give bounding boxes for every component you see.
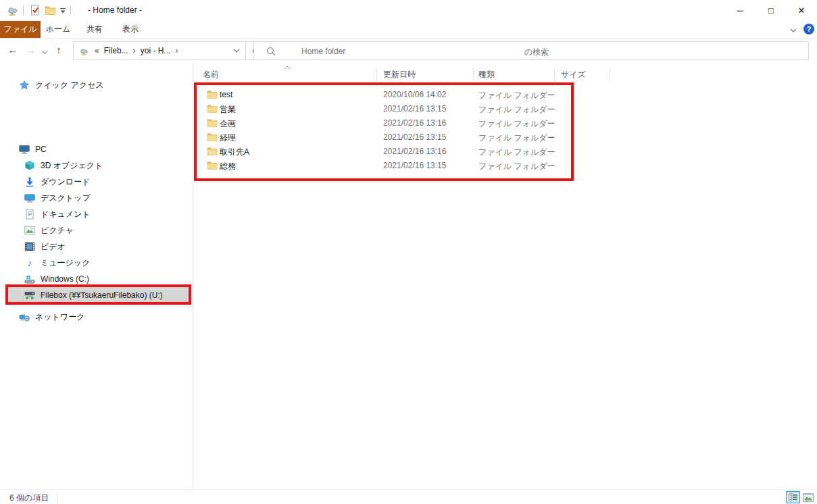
file-row[interactable]: 総務 2021/02/16 13:15 ファイル フォルダー bbox=[193, 159, 619, 173]
cube-icon bbox=[24, 160, 35, 171]
properties-icon[interactable] bbox=[30, 4, 41, 16]
window-title: - Home folder - bbox=[88, 5, 142, 15]
sidebar-item-network[interactable]: ネットワーク bbox=[0, 309, 187, 325]
help-button[interactable]: ? bbox=[803, 24, 814, 34]
star-icon bbox=[19, 80, 30, 91]
folder-icon bbox=[207, 147, 218, 158]
thumbnails-view-button[interactable] bbox=[801, 491, 815, 503]
breadcrumb-chevron[interactable]: › bbox=[131, 46, 138, 55]
back-button[interactable]: ← bbox=[5, 44, 20, 55]
network-drive-icon bbox=[24, 290, 35, 301]
titlebar-separator bbox=[23, 5, 24, 15]
breadcrumb-overflow[interactable]: « bbox=[93, 46, 101, 55]
sidebar-item-filebox-drive[interactable]: Filebox (¥¥TsukaeruFilebako) (U:) bbox=[8, 287, 190, 303]
search-placeholder-suffix: の検索 bbox=[524, 47, 549, 58]
sidebar-item-windows-c[interactable]: Windows (C:) bbox=[0, 271, 187, 287]
folder-icon bbox=[207, 90, 218, 101]
column-header-type[interactable]: 種類 bbox=[478, 69, 495, 80]
breadcrumb-segment[interactable]: Fileb... bbox=[101, 46, 131, 55]
folder-icon bbox=[207, 118, 218, 130]
sidebar-item-videos[interactable]: ビデオ bbox=[0, 238, 187, 255]
minimize-button[interactable]: ─ bbox=[724, 0, 756, 20]
forward-button[interactable]: → bbox=[23, 44, 38, 55]
sidebar-item-desktop[interactable]: デスクトップ bbox=[0, 190, 187, 206]
file-row[interactable]: test 2020/10/06 14:02 ファイル フォルダー bbox=[193, 88, 619, 102]
ribbon-tab-row: ファイル ホーム 共有 表示 ? bbox=[0, 20, 817, 39]
file-row[interactable]: 営業 2021/02/16 13:15 ファイル フォルダー bbox=[193, 102, 619, 116]
details-view-button[interactable] bbox=[786, 491, 800, 503]
sidebar-item-pc[interactable]: PC bbox=[0, 141, 187, 157]
status-divider bbox=[57, 493, 57, 502]
file-row[interactable]: 企画 2021/02/16 13:16 ファイル フォルダー bbox=[193, 116, 619, 130]
sort-ascending-icon bbox=[284, 62, 291, 72]
column-headers: 名前 更新日時 種類 サイズ bbox=[193, 67, 626, 82]
close-button[interactable]: ✕ bbox=[786, 0, 817, 20]
up-button[interactable]: ↑ bbox=[51, 44, 66, 55]
recent-locations-chevron-icon[interactable] bbox=[42, 47, 48, 57]
search-input[interactable]: Home folder の検索 bbox=[253, 41, 809, 60]
file-row[interactable]: 経理 2021/02/16 13:15 ファイル フォルダー bbox=[193, 130, 619, 145]
column-divider[interactable] bbox=[610, 68, 610, 80]
tab-view[interactable]: 表示 bbox=[114, 21, 147, 38]
tab-share[interactable]: 共有 bbox=[78, 21, 112, 38]
desktop-monitor-icon bbox=[24, 193, 35, 203]
sidebar-item-quick-access[interactable]: クイック アクセス bbox=[0, 77, 187, 93]
music-note-icon: ♪ bbox=[24, 257, 35, 268]
navigation-bar: ← → ↑ « Fileb... › yoi - H... › Home fol… bbox=[0, 39, 817, 63]
column-header-size[interactable]: サイズ bbox=[561, 69, 586, 80]
address-bar[interactable]: « Fileb... › yoi - H... › bbox=[73, 41, 246, 60]
search-icon bbox=[266, 47, 276, 58]
download-arrow-icon bbox=[24, 176, 35, 187]
sidebar-item-documents[interactable]: ドキュメント bbox=[0, 206, 187, 222]
new-folder-icon[interactable] bbox=[45, 4, 56, 16]
folder-icon bbox=[207, 132, 218, 144]
address-dropdown-chevron-icon[interactable] bbox=[233, 46, 245, 55]
column-header-modified[interactable]: 更新日時 bbox=[383, 69, 416, 80]
folder-icon bbox=[207, 161, 218, 172]
film-icon bbox=[24, 241, 35, 252]
document-icon bbox=[24, 209, 35, 220]
maximize-button[interactable]: □ bbox=[756, 0, 787, 20]
column-header-name[interactable]: 名前 bbox=[203, 69, 219, 80]
column-divider[interactable] bbox=[554, 68, 555, 80]
sidebar-item-downloads[interactable]: ダウンロード bbox=[0, 174, 187, 190]
titlebar-separator bbox=[70, 5, 71, 15]
collapse-ribbon-chevron-icon[interactable] bbox=[789, 26, 797, 35]
column-divider[interactable] bbox=[473, 68, 474, 80]
folder-icon bbox=[207, 104, 218, 116]
network-icon bbox=[19, 311, 30, 322]
cloud-drive-location-icon bbox=[74, 46, 93, 56]
picture-icon bbox=[24, 225, 35, 236]
column-divider[interactable] bbox=[376, 68, 377, 80]
tab-file[interactable]: ファイル bbox=[0, 21, 41, 38]
search-placeholder-name: Home folder bbox=[301, 47, 345, 56]
item-count: 6 個の項目 bbox=[9, 493, 49, 504]
tab-home[interactable]: ホーム bbox=[41, 21, 75, 38]
cloud-drive-window-icon bbox=[5, 4, 19, 16]
breadcrumb-chevron[interactable]: › bbox=[173, 46, 180, 55]
sidebar-item-pictures[interactable]: ピクチャ bbox=[0, 222, 187, 238]
sidebar-item-3d-objects[interactable]: 3D オブジェクト bbox=[0, 157, 187, 174]
status-bar: 6 個の項目 bbox=[0, 489, 817, 504]
file-row[interactable]: 取引先A 2021/02/16 13:16 ファイル フォルダー bbox=[193, 145, 619, 159]
breadcrumb-segment[interactable]: yoi - H... bbox=[138, 46, 174, 55]
sidebar-item-music[interactable]: ♪ ミュージック bbox=[0, 255, 187, 271]
windows-drive-icon bbox=[24, 274, 35, 284]
pc-monitor-icon bbox=[19, 144, 30, 155]
quick-access-toolbar-dropdown-icon[interactable] bbox=[59, 4, 66, 16]
titlebar: - Home folder - ─ □ ✕ bbox=[0, 0, 817, 20]
